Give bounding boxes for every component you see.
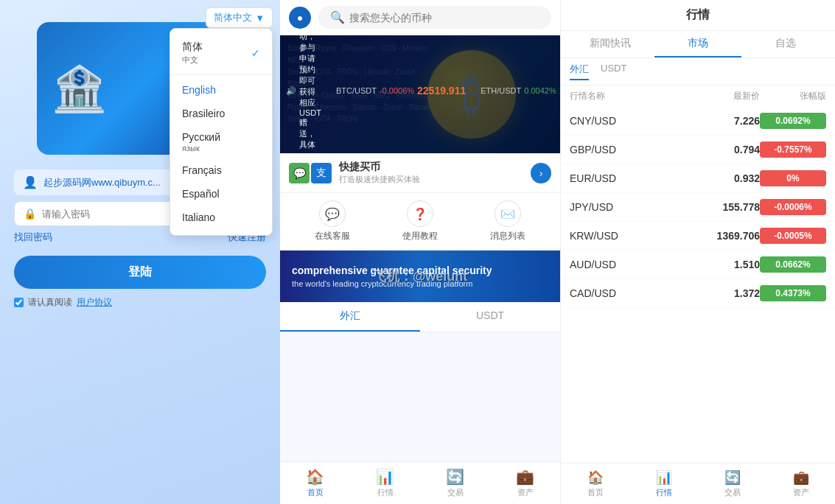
- quick-buy-arrow[interactable]: ›: [531, 163, 551, 183]
- right-nav-market-label: 行情: [656, 487, 672, 498]
- tab-news-label: 新闻快讯: [590, 37, 631, 49]
- right-bottom-nav: 🏠 首页 📊 行情 🔄 交易 💼 资产: [561, 463, 835, 504]
- pair-change-jpy: -0.0006%: [760, 199, 826, 215]
- sound-icon: 🔊: [286, 86, 296, 96]
- pair-price-jpy: 155.778: [674, 201, 760, 213]
- nav-market[interactable]: 📊 行情: [350, 468, 420, 498]
- market-row-jpy-usd[interactable]: JPY/USD 155.778 -0.0006%: [561, 193, 835, 222]
- market-row-eur-usd[interactable]: EUR/USD 0.932 0%: [561, 164, 835, 193]
- promo-banner: comprehensive guarntee capital security …: [280, 251, 560, 302]
- middle-content: Bitcoin · Ripple · Ethereum · EOS · Mone…: [280, 35, 560, 504]
- customer-service-icon: 💬: [319, 200, 346, 227]
- tab-usdt[interactable]: USDT: [420, 302, 560, 332]
- search-icon: 🔍: [330, 10, 345, 24]
- lang-item-simplified-chinese[interactable]: 简体 中文 ✓: [170, 35, 272, 71]
- pair-change-krw: -0.0005%: [760, 228, 826, 244]
- lang-label-french: Français: [182, 164, 222, 176]
- market-header: 行情: [561, 0, 835, 31]
- quick-buy-section[interactable]: 💬 支 快捷买币 打造极速快捷购买体验 ›: [280, 153, 560, 193]
- tab-waihui[interactable]: 外汇: [280, 302, 420, 332]
- alipay-icon: 支: [311, 163, 332, 183]
- tab-news[interactable]: 新闻快讯: [567, 31, 654, 57]
- tab-favorites[interactable]: 自选: [741, 31, 829, 57]
- forgot-password-link[interactable]: 找回密码: [14, 231, 52, 244]
- action-messages[interactable]: ✉️ 消息列表: [490, 200, 525, 242]
- right-nav-assets[interactable]: 💼 资产: [766, 469, 835, 498]
- content-spacer: [280, 332, 560, 377]
- col-header-change: 张幅版: [760, 90, 826, 102]
- pair-change-gbp: -0.7557%: [760, 141, 826, 158]
- action-label-customer: 在线客服: [315, 230, 350, 242]
- language-selector[interactable]: 简体中文 ▼ 简体 中文 ✓ English Brasileiro Русски…: [206, 7, 273, 28]
- user-icon: 👤: [23, 175, 38, 189]
- nav-home-label: 首页: [307, 487, 324, 498]
- market-row-cad-usd[interactable]: CAD/USD 1.372 0.4373%: [561, 279, 835, 308]
- action-label-messages: 消息列表: [490, 230, 525, 242]
- tab-waihui-label: 外汇: [340, 309, 360, 321]
- sub-tab-usdt[interactable]: USDT: [601, 63, 626, 80]
- agreement-text: 请认真阅读: [28, 296, 72, 309]
- agreement-checkbox[interactable]: [14, 298, 24, 307]
- col-header-price: 最新价: [674, 90, 760, 102]
- pair-price-aud: 1.510: [674, 259, 760, 270]
- trade-icon: 🔄: [446, 468, 464, 486]
- current-lang-label: 简体中文: [214, 11, 252, 24]
- pair-change-cny: 0.0692%: [760, 113, 826, 129]
- agreement-link[interactable]: 用户协议: [77, 296, 112, 309]
- sub-tabs: 外汇 USDT: [561, 58, 835, 85]
- lang-label-english: English: [182, 84, 216, 96]
- ticker-promo-text: 动，参与申请预约即可获得相应USDT赠送，具体: [299, 35, 321, 150]
- pair-name-cny: CNY/USD: [570, 115, 674, 127]
- tab-usdt-label: USDT: [476, 309, 504, 321]
- nav-trade[interactable]: 🔄 交易: [420, 468, 490, 498]
- right-nav-home[interactable]: 🏠 首页: [561, 469, 629, 498]
- market-row-krw-usd[interactable]: KRW/USD 1369.706 -0.0005%: [561, 222, 835, 251]
- tab-market-label: 市场: [688, 37, 708, 49]
- login-button[interactable]: 登陆: [14, 256, 266, 289]
- market-row-cny-usd[interactable]: CNY/USD 7.226 0.0692%: [561, 107, 835, 136]
- sub-tab-waihui-label: 外汇: [570, 63, 589, 74]
- right-nav-market[interactable]: 📊 行情: [629, 469, 698, 498]
- quick-buy-subtitle: 打造极速快捷购买体验: [339, 174, 420, 185]
- quick-buy-icons: 💬 支: [289, 163, 332, 183]
- lang-item-french[interactable]: Français: [170, 158, 272, 182]
- ticker-btc-change: -0.0006%: [380, 86, 414, 95]
- search-input[interactable]: [349, 12, 539, 24]
- market-row-aud-usd[interactable]: AUD/USD 1.510 0.0662%: [561, 251, 835, 279]
- lang-label-italian: Italiano: [182, 211, 215, 223]
- left-panel: 简体中文 ▼ 简体 中文 ✓ English Brasileiro Русски…: [0, 0, 280, 504]
- lang-item-russian[interactable]: Русский язык: [170, 125, 272, 158]
- table-header: 行情名称 最新价 张幅版: [561, 85, 835, 107]
- right-nav-trade[interactable]: 🔄 交易: [698, 469, 766, 498]
- lang-item-english[interactable]: English: [170, 78, 272, 102]
- right-nav-assets-label: 资产: [793, 487, 809, 498]
- col-header-name: 行情名称: [570, 90, 674, 102]
- pair-price-cny: 7.226: [674, 115, 760, 127]
- lang-item-brasileiro[interactable]: Brasileiro: [170, 102, 272, 125]
- ticker-eth-value: 1581.247: [559, 85, 560, 97]
- sub-tab-waihui[interactable]: 外汇: [570, 63, 589, 80]
- search-input-wrap[interactable]: 🔍: [318, 6, 551, 29]
- nav-assets[interactable]: 💼 资产: [490, 468, 560, 498]
- lang-sublabel-russian: язык: [182, 144, 220, 153]
- tab-favorites-label: 自选: [775, 37, 796, 49]
- nav-home[interactable]: 🏠 首页: [280, 468, 350, 498]
- action-tutorial[interactable]: ❓ 使用教程: [402, 200, 438, 242]
- check-icon: ✓: [251, 47, 260, 59]
- pair-change-cad: 0.4373%: [760, 285, 826, 301]
- agreement-row: 请认真阅读 用户协议: [14, 296, 266, 309]
- lang-label-spanish: Español: [182, 188, 220, 200]
- lang-item-spanish[interactable]: Español: [170, 182, 272, 206]
- market-row-gbp-usd[interactable]: GBP/USD 0.794 -0.7557%: [561, 136, 835, 164]
- middle-bottom-nav: 🏠 首页 📊 行情 🔄 交易 💼 资产: [280, 461, 560, 504]
- lang-trigger[interactable]: 简体中文 ▼: [206, 7, 273, 28]
- lang-item-italian[interactable]: Italiano: [170, 206, 272, 229]
- right-trade-icon: 🔄: [724, 469, 741, 486]
- lang-dropdown: 简体 中文 ✓ English Brasileiro Русский язык …: [170, 28, 273, 236]
- quick-buy-text: 快捷买币 打造极速快捷购买体验: [339, 161, 420, 185]
- ticker-eth-name: ETH/USDT: [481, 86, 521, 95]
- tab-market[interactable]: 市场: [654, 31, 742, 57]
- action-customer-service[interactable]: 💬 在线客服: [315, 200, 350, 242]
- pair-name-eur: EUR/USD: [570, 172, 674, 184]
- ticker-btc-name: BTC/USDT: [336, 86, 377, 95]
